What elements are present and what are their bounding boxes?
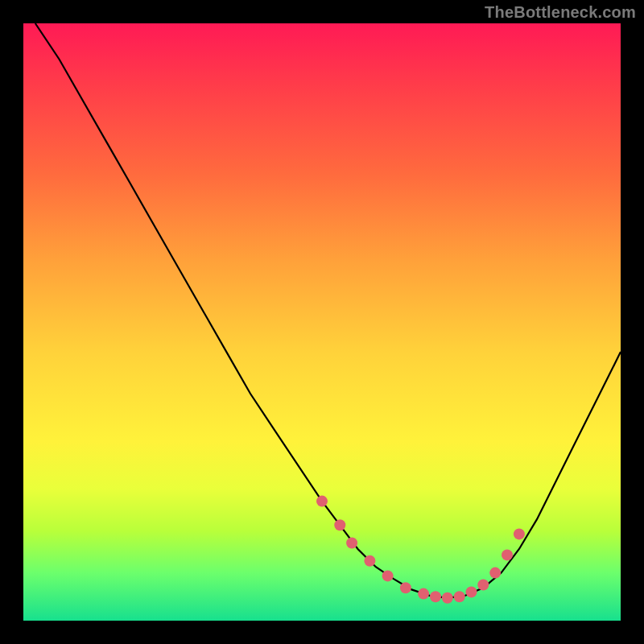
- watermark-text: TheBottleneck.com: [485, 3, 636, 22]
- highlight-dot: [489, 568, 501, 579]
- highlight-dot: [430, 591, 441, 602]
- highlight-dots: [316, 496, 525, 604]
- highlight-dot: [477, 580, 489, 591]
- highlight-dot: [466, 586, 477, 597]
- highlight-dot: [364, 555, 375, 567]
- highlight-dot: [400, 582, 411, 593]
- highlight-dot: [442, 592, 453, 604]
- highlight-dot: [334, 519, 345, 530]
- chart-stage: TheBottleneck.com: [0, 0, 644, 644]
- highlight-dot: [316, 496, 328, 507]
- chart-svg: [23, 23, 621, 621]
- highlight-dot: [514, 528, 525, 539]
- highlight-dot: [346, 538, 357, 549]
- plot-area: [23, 23, 621, 621]
- highlight-dot: [418, 588, 429, 600]
- highlight-dot: [382, 570, 394, 581]
- highlight-dot: [502, 549, 513, 560]
- bottleneck-curve: [35, 23, 621, 598]
- highlight-dot: [454, 591, 465, 602]
